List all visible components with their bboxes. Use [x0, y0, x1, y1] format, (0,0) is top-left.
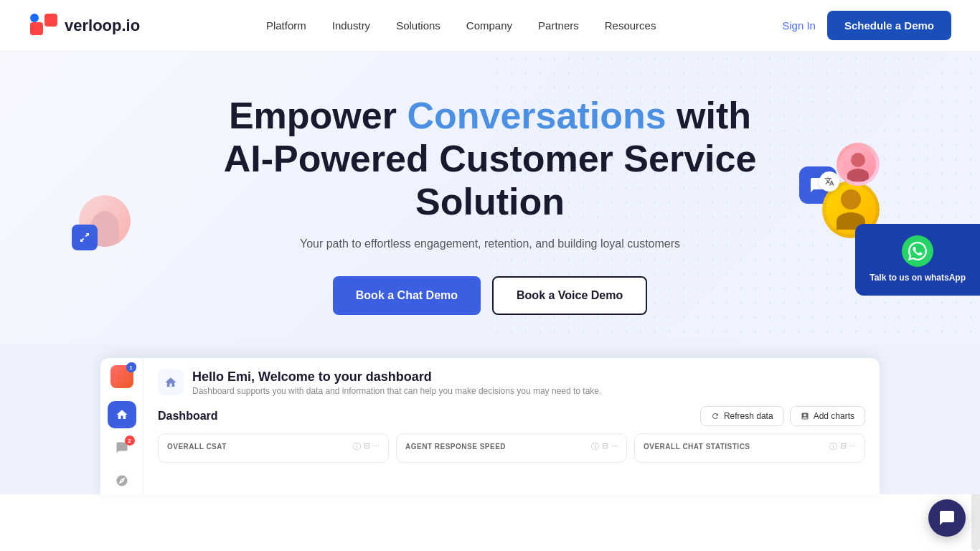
- csat-card-icons: ⓘ ⊟ ···: [353, 441, 380, 452]
- dashboard-subtitle: Dashboard supports you with data and inf…: [192, 386, 601, 396]
- hero-title-highlight: Conversations: [407, 95, 666, 136]
- svg-rect-1: [30, 22, 43, 35]
- chat-stats-more-icon[interactable]: ···: [849, 441, 856, 452]
- whatsapp-label: Talk to us on whatsApp: [870, 273, 966, 284]
- dashboard-preview: 1 2 Hello Emi, Welcome to your dashboard: [100, 358, 880, 494]
- response-speed-label: AGENT RESPONSE SPEED: [405, 443, 506, 451]
- hero-section: Talk to us on whatsApp Empower Conversat…: [0, 52, 980, 344]
- sidebar-settings-icon[interactable]: [108, 467, 136, 494]
- schedule-demo-button[interactable]: Schedule a Demo: [827, 11, 951, 40]
- logo-text: verloop.io: [65, 17, 140, 35]
- chat-stats-info-icon[interactable]: ⓘ: [829, 441, 837, 452]
- book-chat-demo-button[interactable]: Book a Chat Demo: [333, 276, 481, 315]
- nav-platform[interactable]: Platform: [266, 19, 306, 32]
- nav-resources[interactable]: Resources: [605, 19, 656, 32]
- refresh-label: Refresh data: [724, 411, 773, 421]
- dashboard-home-icon: [158, 369, 184, 395]
- nav-partners[interactable]: Partners: [538, 19, 579, 32]
- dashboard-greeting: Hello Emi, Welcome to your dashboard: [192, 369, 601, 385]
- csat-card: OVERALL CSAT ⓘ ⊟ ···: [158, 433, 389, 463]
- refresh-data-button[interactable]: Refresh data: [700, 406, 784, 426]
- chat-stats-icons: ⓘ ⊟ ···: [829, 441, 856, 452]
- response-more-icon[interactable]: ···: [611, 441, 618, 452]
- add-charts-label: Add charts: [814, 411, 854, 421]
- chat-stats-header: OVERALL CHAT STATISTICS ⓘ ⊟ ···: [644, 441, 856, 452]
- nav-solutions[interactable]: Solutions: [396, 19, 440, 32]
- response-speed-header: AGENT RESPONSE SPEED ⓘ ⊟ ···: [405, 441, 618, 452]
- response-filter-icon[interactable]: ⊟: [602, 441, 608, 452]
- nav-industry[interactable]: Industry: [332, 19, 370, 32]
- main-dashboard: Hello Emi, Welcome to your dashboard Das…: [143, 358, 880, 494]
- dashboard-header: Hello Emi, Welcome to your dashboard Das…: [158, 369, 865, 396]
- csat-label: OVERALL CSAT: [167, 443, 227, 451]
- hero-title-line2: AI-Powered Customer Service Solution: [224, 138, 757, 222]
- sidebar-messages-icon[interactable]: 2: [108, 434, 136, 461]
- whatsapp-icon: [902, 235, 933, 267]
- csat-filter-icon[interactable]: ⊟: [364, 441, 370, 452]
- book-voice-demo-button[interactable]: Book a Voice Demo: [492, 276, 647, 315]
- whatsapp-bubble[interactable]: Talk to us on whatsApp: [855, 224, 980, 296]
- hero-subtitle: Your path to effortless engagement, rete…: [196, 237, 784, 250]
- chat-widget-button[interactable]: [928, 499, 966, 537]
- sidebar-home-icon[interactable]: [108, 401, 136, 428]
- response-info-icon[interactable]: ⓘ: [591, 441, 599, 452]
- nav-links: Platform Industry Solutions Company Part…: [266, 19, 656, 32]
- hero-title-suffix: with: [666, 95, 751, 136]
- expand-icon: [72, 225, 98, 250]
- hero-title-prefix: Empower: [229, 95, 407, 136]
- dashboard-actions: Refresh data Add charts: [700, 406, 865, 426]
- dashboard-greeting-block: Hello Emi, Welcome to your dashboard Das…: [192, 369, 601, 396]
- nav-actions: Sign In Schedule a Demo: [782, 11, 951, 40]
- logo[interactable]: verloop.io: [29, 11, 140, 41]
- csat-info-icon[interactable]: ⓘ: [353, 441, 361, 452]
- chat-stats-filter-icon[interactable]: ⊟: [840, 441, 847, 452]
- response-speed-icons: ⓘ ⊟ ···: [591, 441, 618, 452]
- logo-icon: [29, 11, 59, 41]
- dashboard-section-header: Dashboard Refresh data Add charts: [158, 406, 865, 426]
- avatar-bottom-right: [837, 143, 880, 186]
- hero-title: Empower Conversations with AI-Powered Cu…: [196, 95, 784, 223]
- csat-more-icon[interactable]: ···: [373, 441, 380, 452]
- nav-company[interactable]: Company: [466, 19, 512, 32]
- navbar: verloop.io Platform Industry Solutions C…: [0, 0, 980, 52]
- chat-stats-card: OVERALL CHAT STATISTICS ⓘ ⊟ ···: [634, 433, 865, 463]
- sidebar-mini: 1 2: [100, 358, 143, 494]
- response-speed-card: AGENT RESPONSE SPEED ⓘ ⊟ ···: [396, 433, 627, 463]
- avatar-left: [79, 195, 131, 247]
- chat-stats-label: OVERALL CHAT STATISTICS: [644, 443, 750, 451]
- notification-badge: 1: [126, 362, 136, 372]
- csat-card-header: OVERALL CSAT ⓘ ⊟ ···: [167, 441, 380, 452]
- dashboard-preview-wrapper: 1 2 Hello Emi, Welcome to your dashboard: [0, 344, 980, 494]
- add-charts-button[interactable]: Add charts: [790, 406, 865, 426]
- sign-in-button[interactable]: Sign In: [782, 19, 816, 32]
- dashboard-title: Dashboard: [158, 410, 218, 423]
- dashboard-cards: OVERALL CSAT ⓘ ⊟ ··· AGENT RESPONSE SPEE…: [158, 433, 865, 463]
- svg-rect-2: [44, 14, 57, 27]
- svg-point-3: [30, 14, 39, 22]
- hero-buttons: Book a Chat Demo Book a Voice Demo: [196, 276, 784, 315]
